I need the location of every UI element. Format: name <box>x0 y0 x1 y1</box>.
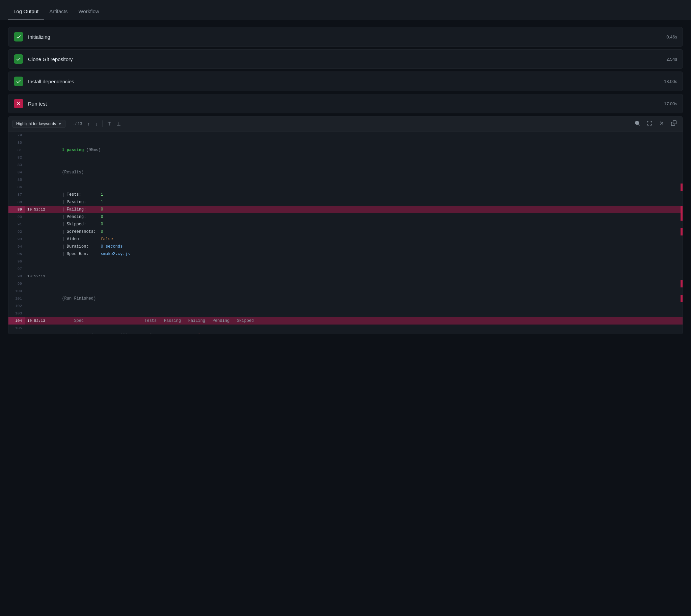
log-line: 91 | Skipped: 0 <box>8 221 683 228</box>
tab-workflow[interactable]: Workflow <box>73 3 104 20</box>
app-container: Log Output Artifacts Workflow Initializi… <box>0 0 691 616</box>
toolbar-right <box>633 119 678 129</box>
log-line: 80 <box>8 139 683 147</box>
log-line: 86 <box>8 183 683 191</box>
nav-up-button[interactable]: ↑ <box>85 120 92 128</box>
log-line: 84 (Results) <box>8 169 683 176</box>
step-icon-initializing <box>14 32 23 42</box>
step-duration-run-test: 17.00s <box>664 101 677 106</box>
log-navigation: - / 13 ↑ ↓ ⊤ ⊥ <box>71 120 123 128</box>
log-line: 99 =====================================… <box>8 280 683 287</box>
red-marker <box>681 228 683 236</box>
log-line: 82 <box>8 154 683 161</box>
copy-button[interactable] <box>669 119 678 129</box>
log-line: 96 <box>8 258 683 265</box>
filter-icon: ▼ <box>58 122 62 126</box>
log-line: 87 | Tests: 1 <box>8 191 683 198</box>
log-line: 83 <box>8 161 683 169</box>
fullscreen-button[interactable] <box>645 119 654 129</box>
log-line: 81 1 passing (95ms) <box>8 147 683 154</box>
red-marker <box>681 280 683 287</box>
log-line: 85 <box>8 176 683 183</box>
log-line: 88 | Passing: 1 <box>8 198 683 206</box>
header: Log Output Artifacts Workflow <box>0 0 691 20</box>
expand-button[interactable] <box>657 119 666 129</box>
nav-down-button[interactable]: ↓ <box>93 120 100 128</box>
log-line: 102 <box>8 302 683 310</box>
log-line: 92 | Screenshots: 0 <box>8 228 683 236</box>
tab-log-output[interactable]: Log Output <box>8 3 44 20</box>
log-line-highlighted: 89 10:52:12 | Failing: 0 <box>8 206 683 213</box>
log-line: 79 <box>8 132 683 139</box>
step-label-clone: Clone Git repository <box>28 56 666 62</box>
step-label-install: Install dependencies <box>28 79 664 84</box>
main-content: Initializing 0.46s Clone Git repository … <box>0 20 691 616</box>
log-line: 103 <box>8 310 683 317</box>
step-initializing[interactable]: Initializing 0.46s <box>8 27 683 47</box>
step-clone[interactable]: Clone Git repository 2.54s <box>8 49 683 69</box>
nav-count: - / 13 <box>71 122 84 126</box>
log-line: 97 <box>8 265 683 272</box>
step-label-run-test: Run test <box>28 101 664 107</box>
step-icon-run-test <box>14 99 23 108</box>
log-line-smoke1: 106 ✗ smoke.cy.js 633ms 2 - 2 - - <box>8 332 683 334</box>
log-line: 101 (Run Finished) <box>8 295 683 302</box>
red-marker <box>681 295 683 302</box>
nav-bottom-button[interactable]: ⊥ <box>115 120 123 128</box>
log-line: 100 <box>8 287 683 295</box>
tab-artifacts[interactable]: Artifacts <box>44 3 73 20</box>
keyword-highlight-button[interactable]: Highlight for keywords ▼ <box>13 120 65 128</box>
red-marker <box>681 213 683 221</box>
nav-top-button[interactable]: ⊤ <box>105 120 113 128</box>
step-icon-clone <box>14 54 23 64</box>
step-duration-clone: 2.54s <box>666 57 677 62</box>
log-content[interactable]: 79 80 81 1 passing (95ms) <box>8 132 683 334</box>
step-install[interactable]: Install dependencies 18.00s <box>8 71 683 91</box>
step-duration-initializing: 0.46s <box>666 35 677 40</box>
log-line: 94 | Duration: 0 seconds <box>8 243 683 250</box>
step-icon-install <box>14 76 23 86</box>
log-line: 95 | Spec Ran: smoke2.cy.js <box>8 250 683 258</box>
step-duration-install: 18.00s <box>664 79 677 84</box>
step-run-test[interactable]: Run test 17.00s <box>8 94 683 113</box>
red-marker <box>681 206 683 213</box>
log-line-table-header: 104 10:52:13 Spec Tests Passing Failing … <box>8 317 683 325</box>
search-button[interactable] <box>633 119 642 129</box>
log-line: 93 | Video: false <box>8 236 683 243</box>
log-line: 90 | Pending: 0 <box>8 213 683 221</box>
red-marker <box>681 183 683 191</box>
log-line: 98 10:52:13 <box>8 272 683 280</box>
log-line: 105 <box>8 325 683 332</box>
nav-separator <box>102 120 103 127</box>
log-panel: Highlight for keywords ▼ - / 13 ↑ ↓ ⊤ ⊥ <box>8 116 683 334</box>
log-toolbar: Highlight for keywords ▼ - / 13 ↑ ↓ ⊤ ⊥ <box>8 116 683 132</box>
step-label-initializing: Initializing <box>28 34 666 40</box>
